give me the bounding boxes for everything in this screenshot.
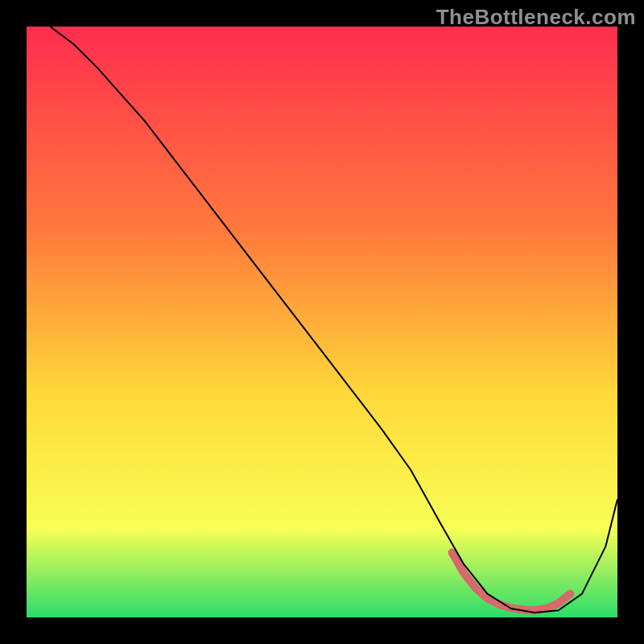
gradient-background: [27, 27, 617, 617]
chart-plot-area: [27, 27, 617, 617]
chart-frame: TheBottleneck.com: [0, 0, 644, 644]
watermark-text: TheBottleneck.com: [436, 5, 636, 30]
chart-svg: [27, 27, 617, 617]
